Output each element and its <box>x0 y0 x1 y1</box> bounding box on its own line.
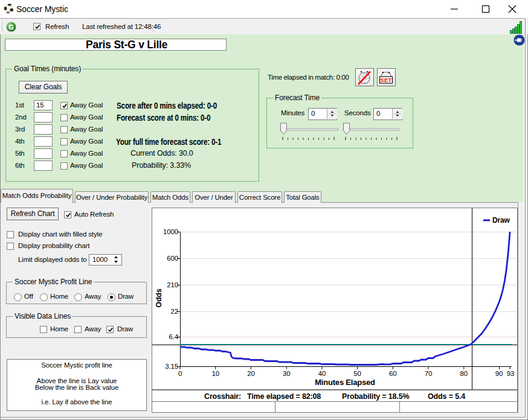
svg-text:40: 40 <box>318 370 326 377</box>
svg-text:80: 80 <box>460 370 468 377</box>
svg-text:3.15: 3.15 <box>165 363 178 370</box>
svg-text:Minutes Elapsed: Minutes Elapsed <box>315 378 375 387</box>
svg-text:30: 30 <box>283 370 291 377</box>
svg-text:60: 60 <box>389 370 397 377</box>
svg-text:1000: 1000 <box>163 228 178 235</box>
svg-text:Draw: Draw <box>492 216 510 224</box>
svg-text:6.4: 6.4 <box>169 333 178 340</box>
svg-text:600: 600 <box>167 255 178 262</box>
svg-text:Odds: Odds <box>155 288 163 308</box>
svg-text:70: 70 <box>425 370 433 377</box>
svg-text:10: 10 <box>211 370 219 377</box>
svg-text:0: 0 <box>178 370 182 377</box>
svg-text:20: 20 <box>247 370 255 377</box>
svg-text:210: 210 <box>167 281 178 288</box>
svg-text:90: 90 <box>495 370 503 377</box>
svg-text:G: G <box>8 24 13 31</box>
svg-text:93: 93 <box>507 370 515 377</box>
svg-text:SET: SET <box>380 77 391 83</box>
svg-text:50: 50 <box>353 370 361 377</box>
svg-text:22: 22 <box>171 308 179 315</box>
